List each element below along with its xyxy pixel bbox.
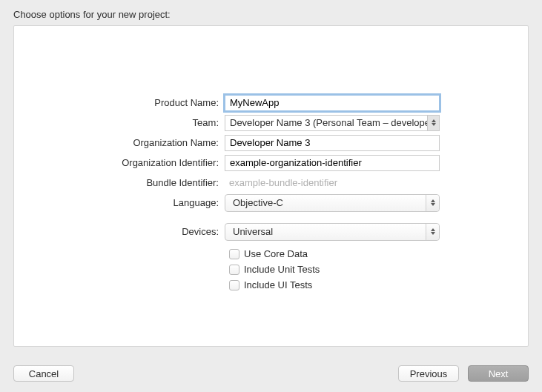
sheet-header: Choose options for your new project: [0,0,542,26]
unit-tests-label: Include Unit Tests [244,264,320,275]
org-id-input[interactable] [225,155,440,171]
cancel-button[interactable]: Cancel [13,365,74,382]
stepper-icon [426,195,439,211]
ui-tests-checkbox[interactable] [229,280,239,290]
ui-tests-label: Include UI Tests [244,279,312,290]
stepper-icon [427,116,439,130]
options-form: Product Name: Team: Developer Name 3 (Pe… [14,93,528,293]
unit-tests-checkbox[interactable] [229,265,239,275]
language-label: Language: [14,197,225,208]
core-data-checkbox[interactable] [229,249,239,259]
team-label: Team: [14,117,225,128]
devices-popup[interactable]: Universal [225,223,440,241]
bundle-id-label: Bundle Identifier: [14,177,225,188]
footer-bar: Cancel Previous Next [0,355,542,392]
checkbox-group: Use Core Data Include Unit Tests Include… [14,242,528,293]
product-name-input[interactable] [225,95,440,111]
previous-button[interactable]: Previous [398,365,459,382]
sheet-title: Choose options for your new project: [13,9,171,20]
language-value: Objective-C [225,197,426,208]
stepper-icon [426,224,439,240]
devices-value: Universal [225,226,426,237]
team-combobox[interactable]: Developer Name 3 (Personal Team – develo… [225,115,440,131]
org-name-input[interactable] [225,135,440,151]
org-name-label: Organization Name: [14,137,225,148]
product-name-label: Product Name: [14,97,225,108]
bundle-id-value: example-bundle-identifier [225,175,440,191]
next-button[interactable]: Next [468,365,529,382]
devices-label: Devices: [14,226,225,237]
org-id-label: Organization Identifier: [14,157,225,168]
team-value: Developer Name 3 (Personal Team – develo… [225,117,427,128]
new-project-options-sheet: Choose options for your new project: Pro… [0,0,542,392]
content-panel: Product Name: Team: Developer Name 3 (Pe… [13,25,529,347]
language-popup[interactable]: Objective-C [225,194,440,212]
core-data-label: Use Core Data [244,248,308,259]
